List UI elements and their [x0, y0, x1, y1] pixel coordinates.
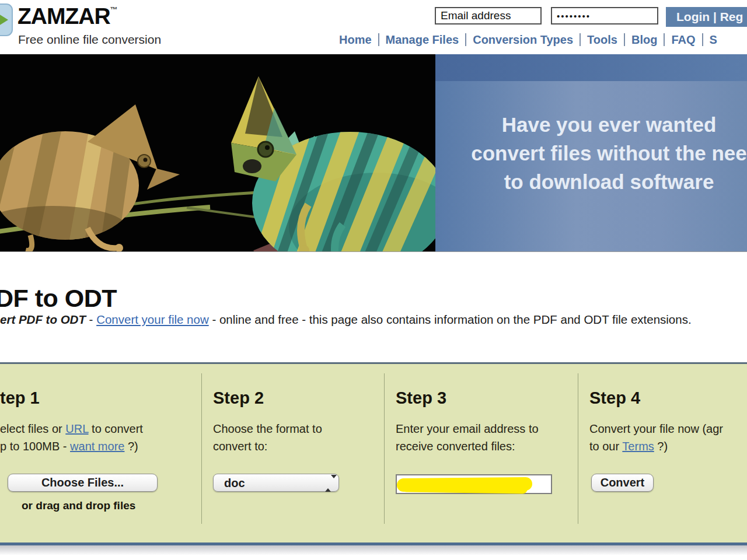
bottom-shadow: [0, 545, 747, 555]
column-divider: [578, 373, 578, 524]
header: ZAMZAR™ Free online file conversion Logi…: [0, 0, 747, 54]
nav-item-blog[interactable]: Blog: [625, 33, 664, 47]
step3-title: Step 3: [396, 388, 446, 408]
lead-paragraph: ert PDF to ODT - Convert your file now -…: [0, 313, 692, 327]
brand-title: ZAMZAR™: [18, 4, 118, 29]
green-arrow-icon: [0, 11, 8, 29]
drag-drop-note: or drag and drop files: [22, 499, 135, 512]
banner-top-strip: [435, 54, 747, 81]
convert-button[interactable]: Convert: [591, 474, 654, 492]
arrow-down-icon: [331, 475, 337, 488]
step1-line1-text: elect files or: [0, 422, 65, 435]
brand-tagline: Free online file conversion: [18, 33, 161, 47]
select-stepper-icon: [325, 478, 331, 489]
lead-rest: - online and free - this page also conta…: [209, 313, 692, 326]
banner-headline-line: convert files without the nee: [441, 139, 747, 167]
want-more-link[interactable]: want more: [70, 440, 124, 453]
column-divider: [384, 373, 385, 524]
main-nav: Home Manage Files Conversion Types Tools…: [333, 31, 724, 48]
step4-line2-text: to our: [589, 440, 622, 453]
hero-image: [0, 54, 435, 252]
column-divider: [201, 373, 202, 524]
step2-title: Step 2: [213, 388, 264, 408]
step4-line2: to our Terms ?): [589, 440, 668, 453]
conversion-steps-panel: tep 1 elect files or URL to convert p to…: [0, 364, 747, 542]
brand-name: ZAMZAR: [18, 4, 110, 29]
step1-line2-text: p to 100MB -: [0, 440, 70, 453]
lead-bold-fragment: ert PDF to ODT: [0, 313, 86, 326]
step1-line2-text2: ?): [124, 440, 138, 453]
nav-item-faq[interactable]: FAQ: [665, 33, 701, 47]
zamzar-logo-icon: [0, 4, 13, 36]
arrow-up-icon: [325, 478, 331, 492]
email-login-input[interactable]: [435, 7, 542, 24]
trademark-symbol: ™: [110, 5, 118, 14]
banner-headline-line: to download software: [441, 167, 747, 196]
lead-dash: -: [86, 313, 96, 326]
chameleon-photo: [0, 54, 435, 252]
hero-banner: Have you ever wanted convert files witho…: [0, 54, 747, 252]
format-select-value: doc: [224, 477, 245, 490]
step3-desc-line2: receive converted files:: [396, 440, 515, 453]
step4-line1: Convert your file now (agr: [589, 422, 723, 436]
step1-line1-text2: to convert: [89, 422, 143, 435]
banner-headline: Have you ever wanted convert files witho…: [441, 110, 747, 196]
email-address-input[interactable]: [396, 474, 552, 494]
step4-line2-text2: ?): [654, 440, 668, 453]
nav-item-home[interactable]: Home: [333, 33, 378, 47]
choose-files-button[interactable]: Choose Files...: [8, 474, 158, 492]
page-title: DF to ODT: [0, 284, 117, 313]
step4-title: Step 4: [589, 388, 640, 408]
step1-line2: p to 100MB - want more ?): [0, 440, 138, 453]
login-register-button[interactable]: Login | Reg: [666, 7, 747, 27]
yellow-highlight-redaction: [402, 482, 528, 494]
nav-item-conversion-types[interactable]: Conversion Types: [466, 33, 580, 47]
terms-link[interactable]: Terms: [622, 440, 654, 453]
step1-title: tep 1: [0, 388, 40, 408]
format-select[interactable]: doc: [213, 474, 339, 492]
banner-headline-line: Have you ever wanted: [441, 110, 747, 139]
nav-item-manage-files[interactable]: Manage Files: [379, 33, 466, 47]
nav-item-tools[interactable]: Tools: [581, 33, 624, 47]
step2-desc-line2: convert to:: [213, 440, 267, 453]
url-link[interactable]: URL: [65, 422, 88, 435]
convert-your-file-now-link[interactable]: Convert your file now: [96, 313, 209, 326]
nav-item-support-clipped[interactable]: S: [703, 33, 724, 47]
password-input[interactable]: [551, 7, 658, 24]
step1-line1: elect files or URL to convert: [0, 422, 143, 436]
step2-desc-line1: Choose the format to: [213, 422, 322, 436]
step3-desc-line1: Enter your email address to: [396, 422, 539, 436]
